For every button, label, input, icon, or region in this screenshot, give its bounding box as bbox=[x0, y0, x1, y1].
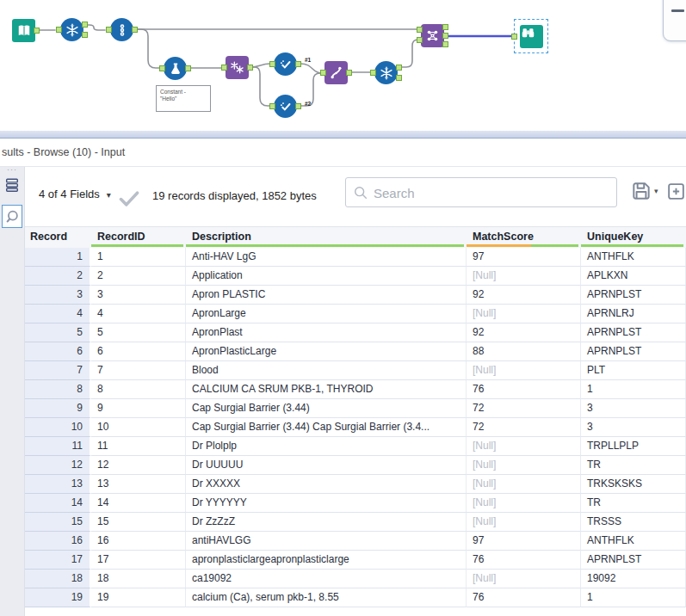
cell-score[interactable]: [Null] bbox=[467, 475, 581, 494]
cell-record[interactable]: 13 bbox=[25, 475, 91, 494]
table-row[interactable]: 99Cap Surgial Barrier (3.44)723 bbox=[25, 399, 686, 418]
cell-key[interactable]: TR bbox=[581, 456, 686, 475]
output-anchor[interactable] bbox=[132, 27, 138, 33]
wire-unique2-join[interactable] bbox=[401, 40, 418, 67]
cell-record[interactable]: 17 bbox=[25, 551, 91, 570]
cell-record[interactable]: 9 bbox=[25, 399, 91, 418]
column-header-description[interactable]: Description bbox=[186, 227, 467, 248]
cell-score[interactable]: 97 bbox=[467, 532, 581, 551]
column-header-recordid[interactable]: RecordID bbox=[91, 227, 186, 248]
input-anchor[interactable] bbox=[269, 61, 275, 67]
cell-desc[interactable]: calcium (Ca), serum pkb-1, 8.55 bbox=[186, 588, 467, 607]
output-anchor[interactable] bbox=[82, 22, 88, 28]
cell-record[interactable]: 18 bbox=[25, 570, 91, 588]
cell-key[interactable]: APRNPLST bbox=[581, 286, 686, 305]
cell-desc[interactable]: Anti-HAV LgG bbox=[186, 248, 467, 267]
cell-desc[interactable]: Cap Surgial Barrier (3.44) bbox=[186, 399, 467, 418]
panel-top-border[interactable] bbox=[0, 131, 686, 139]
cell-key[interactable]: TRKSKSKS bbox=[581, 475, 686, 494]
cell-key[interactable]: APRNLRJ bbox=[581, 305, 686, 323]
select-tool-2[interactable] bbox=[274, 95, 297, 118]
input-anchor[interactable] bbox=[269, 103, 275, 109]
cell-record[interactable]: 15 bbox=[25, 513, 91, 532]
cell-desc[interactable]: Blood bbox=[186, 361, 467, 380]
cell-desc[interactable]: Apron PLASTIC bbox=[186, 286, 467, 305]
select-tool-1[interactable] bbox=[274, 52, 297, 76]
cell-desc[interactable]: Application bbox=[186, 267, 467, 286]
column-header-uniquekey[interactable]: UniqueKey bbox=[581, 227, 686, 248]
cell-key[interactable]: APRNPLST bbox=[581, 342, 686, 361]
cell-recordid[interactable]: 9 bbox=[91, 399, 186, 418]
formula-tool[interactable] bbox=[164, 57, 187, 80]
cell-record[interactable]: 10 bbox=[25, 418, 91, 437]
unique-tool-2[interactable] bbox=[374, 61, 398, 84]
wire-select1-makegroup[interactable] bbox=[300, 64, 322, 73]
cell-key[interactable]: TRSSS bbox=[581, 513, 686, 532]
cell-score[interactable]: [Null] bbox=[467, 513, 581, 532]
overflow-dots-icon[interactable]: ··· bbox=[0, 165, 24, 174]
cell-recordid[interactable]: 10 bbox=[91, 418, 186, 437]
open-new-window-button[interactable] bbox=[665, 181, 686, 206]
output-anchor[interactable] bbox=[34, 28, 40, 34]
cell-record[interactable]: 6 bbox=[25, 342, 91, 361]
cell-recordid[interactable]: 19 bbox=[91, 588, 186, 607]
table-row[interactable]: 77Blood[Null]PLT bbox=[25, 361, 686, 380]
cell-record[interactable]: 4 bbox=[25, 305, 91, 323]
cell-key[interactable]: TRPLLPLP bbox=[581, 437, 686, 456]
cell-desc[interactable]: Dr Plolplp bbox=[186, 437, 467, 456]
input-anchor[interactable] bbox=[320, 70, 326, 76]
output-anchor[interactable] bbox=[396, 75, 402, 81]
sample-tool[interactable] bbox=[110, 18, 133, 41]
cell-key[interactable]: 3 bbox=[581, 418, 686, 437]
cell-record[interactable]: 1 bbox=[25, 248, 91, 267]
cell-recordid[interactable]: 8 bbox=[91, 380, 186, 399]
cell-score[interactable]: 88 bbox=[467, 342, 581, 361]
cell-desc[interactable]: Dr UUUUU bbox=[186, 456, 467, 475]
cell-score[interactable]: [Null] bbox=[467, 267, 581, 286]
cell-record[interactable]: 12 bbox=[25, 456, 91, 475]
cell-key[interactable]: ANTHFLK bbox=[581, 532, 686, 551]
table-row[interactable]: 33Apron PLASTIC92APRNPLST bbox=[25, 286, 686, 305]
cell-key[interactable]: APLKXN bbox=[581, 267, 686, 286]
cell-score[interactable]: 72 bbox=[467, 418, 581, 437]
table-row[interactable]: 66ApronPlasticLarge88APRNPLST bbox=[25, 342, 686, 361]
make-group-tool[interactable] bbox=[324, 61, 348, 84]
cell-recordid[interactable]: 12 bbox=[91, 456, 186, 475]
input-anchor[interactable] bbox=[417, 27, 423, 33]
cell-score[interactable]: [Null] bbox=[467, 570, 581, 588]
cell-desc[interactable]: ca19092 bbox=[186, 570, 467, 588]
cell-record[interactable]: 19 bbox=[25, 588, 91, 607]
formula-annotation[interactable]: Constant - "Hello" bbox=[156, 85, 211, 112]
cell-key[interactable]: 1 bbox=[581, 588, 686, 607]
column-header-matchscore[interactable]: MatchScore bbox=[467, 227, 581, 248]
table-row[interactable]: 55ApronPlast92APRNPLST bbox=[25, 323, 686, 342]
table-view-button[interactable] bbox=[3, 176, 21, 194]
table-row[interactable]: 1313Dr XXXXX[Null]TRKSKSKS bbox=[25, 475, 686, 494]
cell-score[interactable]: [Null] bbox=[467, 456, 581, 475]
input-anchor[interactable] bbox=[370, 70, 376, 76]
cell-recordid[interactable]: 17 bbox=[91, 551, 186, 570]
cell-key[interactable]: APRNPLST bbox=[581, 323, 686, 342]
table-row[interactable]: 1717apronplasticlargeapronplasticlarge76… bbox=[25, 551, 686, 570]
cell-recordid[interactable]: 1 bbox=[91, 248, 186, 267]
cell-desc[interactable]: ApronPlast bbox=[186, 323, 467, 342]
cell-score[interactable]: 76 bbox=[467, 588, 581, 607]
input-anchor[interactable] bbox=[159, 65, 165, 71]
cell-key[interactable]: ANTHFLK bbox=[581, 248, 686, 267]
save-results-button[interactable]: ▾ bbox=[630, 180, 658, 202]
data-view-button-selected[interactable] bbox=[2, 205, 22, 228]
table-row[interactable]: 1616antiHAVLGG97ANTHFLK bbox=[25, 532, 686, 551]
unique-tool[interactable] bbox=[60, 18, 83, 41]
cell-record[interactable]: 3 bbox=[25, 286, 91, 305]
table-row[interactable]: 1010Cap Surgial Barrier (3.44) Cap Surgi… bbox=[25, 418, 686, 437]
input-anchor[interactable] bbox=[106, 27, 112, 33]
wire-sample-formula[interactable] bbox=[134, 29, 164, 68]
table-row[interactable]: 1919calcium (Ca), serum pkb-1, 8.55761 bbox=[25, 588, 686, 607]
output-anchor-left[interactable] bbox=[442, 24, 448, 30]
cell-score[interactable]: [Null] bbox=[467, 494, 581, 513]
cell-score[interactable]: 76 bbox=[467, 551, 581, 570]
cell-recordid[interactable]: 5 bbox=[91, 323, 186, 342]
table-row[interactable]: 1818ca19092[Null]19092 bbox=[25, 570, 686, 588]
output-anchor[interactable] bbox=[346, 70, 352, 76]
cell-key[interactable]: PLT bbox=[581, 361, 686, 380]
